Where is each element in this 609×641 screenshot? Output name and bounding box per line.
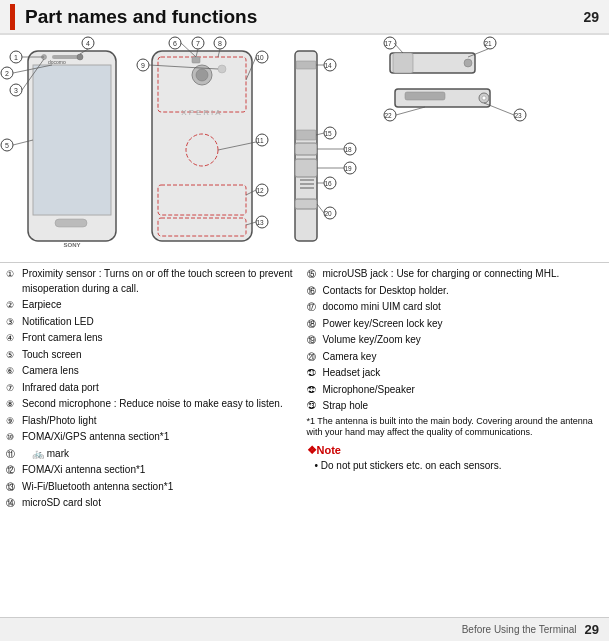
entry-9: ⑨ Flash/Photo light [6,414,303,429]
entry-19: ⑲ Volume key/Zoom key [307,333,604,348]
entry-1: ① Proximity sensor : Turns on or off the… [6,267,303,296]
note-box: ❖Note • Do not put stickers etc. on each… [307,443,604,473]
page-number-header: 29 [583,9,599,25]
svg-rect-64 [295,159,317,177]
svg-text:SONY: SONY [63,242,80,248]
entry-text-21: Headset jack [323,366,604,381]
right-description-column: ⑮ microUSB jack : Use for charging or co… [307,267,604,613]
entry-text-11: 🚲 mark [22,447,303,462]
diagram-svg: SONY docomo 1 2 3 4 5 [0,35,609,263]
entry-2: ② Earpiece [6,298,303,313]
entry-13: ⑬ Wi-Fi/Bluetooth antenna section*1 [6,480,303,495]
entry-text-7: Infrared data port [22,381,303,396]
entry-num-14: ⑭ [6,496,22,509]
svg-text:9: 9 [141,62,145,69]
svg-text:11: 11 [256,137,264,144]
entry-num-11: ⑪ [6,447,22,460]
svg-point-26 [196,69,208,81]
entry-text-14: microSD card slot [22,496,303,511]
svg-point-95 [482,96,486,100]
svg-text:21: 21 [484,40,492,47]
entry-num-23: ㉓ [307,399,323,412]
entry-num-9: ⑨ [6,414,22,427]
entry-text-1: Proximity sensor : Turns on or off the t… [22,267,303,296]
entry-num-19: ⑲ [307,333,323,346]
entry-text-13: Wi-Fi/Bluetooth antenna section*1 [22,480,303,495]
entry-16: ⑯ Contacts for Desktop holder. [307,284,604,299]
svg-text:5: 5 [5,142,9,149]
entry-10: ⑩ FOMA/Xi/GPS antenna section*1 [6,430,303,445]
entry-text-8: Second microphone : Reduce noise to make… [22,397,303,412]
entry-num-3: ③ [6,315,22,328]
note-heading: ❖Note [307,443,604,459]
diagram-area: SONY docomo 1 2 3 4 5 [0,35,609,263]
entry-14: ⑭ microSD card slot [6,496,303,511]
entry-23: ㉓ Strap hole [307,399,604,414]
entry-num-18: ⑱ [307,317,323,330]
entry-num-5: ⑤ [6,348,22,361]
entry-text-5: Touch screen [22,348,303,363]
entry-text-15: microUSB jack : Use for charging or conn… [323,267,604,282]
entry-text-2: Earpiece [22,298,303,313]
entry-4: ④ Front camera lens [6,331,303,346]
svg-rect-96 [405,92,445,100]
entry-num-8: ⑧ [6,397,22,410]
svg-text:18: 18 [344,146,352,153]
entry-text-22: Microphone/Speaker [323,383,604,398]
svg-text:23: 23 [514,112,522,119]
entry-text-4: Front camera lens [22,331,303,346]
entry-17: ⑰ docomo mini UIM card slot [307,300,604,315]
svg-text:1: 1 [14,54,18,61]
entry-text-3: Notification LED [22,315,303,330]
svg-rect-7 [55,219,87,227]
entry-text-20: Camera key [323,350,604,365]
entry-num-10: ⑩ [6,430,22,443]
svg-text:19: 19 [344,165,352,172]
svg-point-85 [464,59,472,67]
svg-text:17: 17 [384,40,392,47]
entry-text-23: Strap hole [323,399,604,414]
svg-text:docomo: docomo [48,59,66,65]
page-title: Part names and functions [25,6,257,28]
footer-text: Before Using the Terminal [462,624,577,635]
svg-line-99 [396,107,425,115]
entry-num-4: ④ [6,331,22,344]
svg-rect-58 [296,61,316,69]
svg-text:6: 6 [173,40,177,47]
svg-line-83 [317,204,324,213]
svg-text:2: 2 [5,70,9,77]
entry-text-10: FOMA/Xi/GPS antenna section*1 [22,430,303,445]
entry-text-9: Flash/Photo light [22,414,303,429]
svg-text:20: 20 [324,210,332,217]
entry-text-6: Camera lens [22,364,303,379]
entry-text-12: FOMA/Xi antenna section*1 [22,463,303,478]
entry-8: ⑧ Second microphone : Reduce noise to ma… [6,397,303,412]
note-diamond-icon: ❖ [307,444,317,456]
svg-text:22: 22 [384,112,392,119]
entry-7: ⑦ Infrared data port [6,381,303,396]
svg-text:13: 13 [256,219,264,226]
svg-line-89 [394,43,403,53]
entry-num-17: ⑰ [307,300,323,313]
svg-text:15: 15 [324,130,332,137]
entry-num-2: ② [6,298,22,311]
svg-rect-28 [192,57,200,63]
entry-21: ㉑ Headset jack [307,366,604,381]
svg-rect-59 [296,130,316,140]
entry-num-13: ⑬ [6,480,22,493]
svg-text:8: 8 [218,40,222,47]
page-canvas: Part names and functions 29 SONY docomo [0,0,609,641]
note-item-1: • Do not put stickers etc. on each senso… [307,459,604,474]
footer-page-number: 29 [585,622,599,637]
entry-num-21: ㉑ [307,366,323,379]
content-area: ① Proximity sensor : Turns on or off the… [0,263,609,617]
entry-15: ⑮ microUSB jack : Use for charging or co… [307,267,604,282]
entry-num-16: ⑯ [307,284,323,297]
svg-text:14: 14 [324,62,332,69]
entry-text-19: Volume key/Zoom key [323,333,604,348]
entry-12: ⑫ FOMA/Xi antenna section*1 [6,463,303,478]
svg-rect-63 [295,143,317,155]
entry-num-12: ⑫ [6,463,22,476]
entry-22: ㉒ Microphone/Speaker [307,383,604,398]
header-accent-bar [10,4,15,30]
